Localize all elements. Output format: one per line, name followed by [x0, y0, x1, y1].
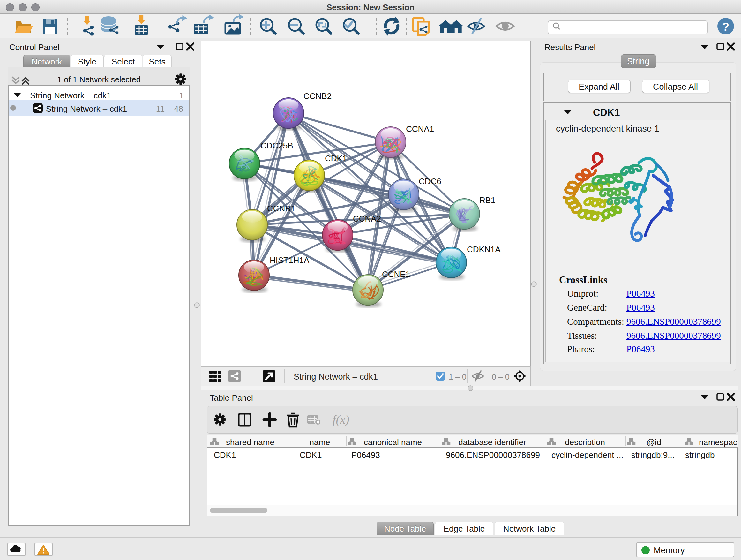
- svg-text:CDC6: CDC6: [419, 177, 441, 186]
- svg-text:CCNB1: CCNB1: [267, 204, 295, 213]
- svg-text:CCNB2: CCNB2: [304, 91, 332, 101]
- svg-text:CCNA2: CCNA2: [353, 214, 381, 224]
- svg-text:RB1: RB1: [479, 195, 495, 205]
- svg-text:HIST1H1A: HIST1H1A: [270, 255, 310, 265]
- svg-text:CCNE1: CCNE1: [382, 269, 410, 279]
- svg-text:CDC25B: CDC25B: [260, 141, 293, 150]
- svg-text:CDK1: CDK1: [325, 153, 347, 163]
- svg-text:CDKN1A: CDKN1A: [467, 245, 501, 254]
- svg-text:CCNA1: CCNA1: [406, 124, 434, 134]
